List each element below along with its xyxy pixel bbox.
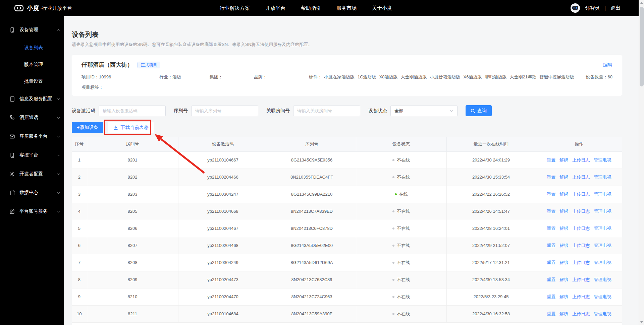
action-upload-log-link[interactable]: 上传日志 — [572, 175, 590, 180]
cell-index: 5 — [72, 220, 87, 237]
column-header: 房间号 — [87, 137, 178, 151]
nav-menu-item[interactable]: 行业解决方案 — [220, 5, 250, 11]
app-window: 小度 ·行业开放平台 行业解决方案开放平台帮助指引服务市场关于小度 邻智灵 | … — [0, 0, 644, 325]
scroll-up-arrow[interactable] — [639, 0, 644, 5]
action-upload-log-link[interactable]: 上传日志 — [572, 311, 590, 316]
action-manage-tv-link[interactable]: 管理电视 — [594, 192, 611, 197]
action-reset-link[interactable]: 重置 — [547, 311, 555, 316]
sidebar-item-label: 客房服务平台 — [19, 133, 48, 139]
vertical-scrollbar[interactable] — [639, 0, 644, 325]
action-manage-tv-link[interactable]: 管理电视 — [594, 157, 611, 162]
sidebar-item-hotel-call[interactable]: 酒店通话 — [0, 108, 64, 127]
nav-menu-item[interactable]: 帮助指引 — [301, 5, 321, 11]
cell-last-online: 2022/4/30 24:01:29 — [446, 151, 536, 169]
avatar[interactable] — [571, 3, 580, 13]
action-reset-link[interactable]: 重置 — [547, 226, 555, 231]
hardware-item: 智能中控屏酒店版 — [539, 74, 574, 80]
action-unbind-link[interactable]: 解绑 — [559, 294, 568, 299]
sidebar-item-room-service[interactable]: 客房服务平台 — [0, 127, 64, 146]
action-unbind-link[interactable]: 解绑 — [559, 277, 568, 282]
hotel-call-icon — [9, 115, 15, 121]
chevron-down-icon — [57, 116, 60, 120]
action-manage-tv-link[interactable]: 管理电视 — [594, 209, 611, 214]
project-id: 项目ID：10996 — [82, 74, 159, 80]
download-table-button[interactable]: 下载当前表格 — [108, 122, 154, 133]
room-input[interactable] — [293, 106, 360, 116]
table-row: 68207yp211002044688G2143A5D5E02E00不在线202… — [72, 237, 622, 254]
action-upload-log-link[interactable]: 上传日志 — [572, 243, 590, 248]
action-unbind-link[interactable]: 解绑 — [559, 226, 568, 231]
action-manage-tv-link[interactable]: 管理电视 — [594, 175, 611, 180]
logout-button[interactable]: 退出 — [610, 5, 621, 11]
table-body: 18201yp211001046678G21345C9A5E9356不在线202… — [72, 151, 622, 322]
action-reset-link[interactable]: 重置 — [547, 294, 555, 299]
action-unbind-link[interactable]: 解绑 — [559, 209, 568, 214]
sidebar-item-label: 设备管理 — [19, 27, 38, 33]
nav-menu-item[interactable]: 关于小度 — [372, 5, 392, 11]
search-button[interactable]: 查询 — [466, 105, 492, 116]
sidebar-item-developer-config[interactable]: 开发者配置 — [0, 165, 64, 183]
page-title: 设备列表 — [72, 30, 622, 39]
action-manage-tv-link[interactable]: 管理电视 — [594, 311, 611, 316]
cell-last-online: 2022/5/17 12:31:21 — [446, 254, 536, 271]
action-upload-log-link[interactable]: 上传日志 — [572, 277, 590, 282]
sidebar-item-data-center[interactable]: 数据中心 — [0, 183, 64, 202]
action-manage-tv-link[interactable]: 管理电视 — [594, 243, 611, 248]
action-reset-link[interactable]: 重置 — [547, 260, 555, 265]
sidebar-item-label: 信息及服务配置 — [19, 96, 52, 102]
action-upload-log-link[interactable]: 上传日志 — [572, 260, 590, 265]
scroll-down-arrow[interactable] — [639, 320, 644, 325]
activation-code-label: 设备激活码 — [72, 108, 95, 114]
sidebar-item-device-manage[interactable]: 设备管理 — [0, 20, 64, 39]
action-manage-tv-link[interactable]: 管理电视 — [594, 226, 611, 231]
sidebar-item-account-service[interactable]: 平台账号服务 — [0, 202, 64, 221]
action-unbind-link[interactable]: 解绑 — [559, 157, 568, 162]
action-upload-log-link[interactable]: 上传日志 — [572, 209, 590, 214]
cell-actions: 重置解绑上传日志管理电视 — [536, 220, 622, 237]
action-reset-link[interactable]: 重置 — [547, 192, 555, 197]
action-unbind-link[interactable]: 解绑 — [559, 311, 568, 316]
add-device-button[interactable]: +添加设备 — [72, 122, 103, 133]
action-manage-tv-link[interactable]: 管理电视 — [594, 260, 611, 265]
action-reset-link[interactable]: 重置 — [547, 277, 555, 282]
download-icon — [113, 125, 118, 130]
action-upload-log-link[interactable]: 上传日志 — [572, 294, 590, 299]
sidebar-item-room-control[interactable]: 客控平台 — [0, 146, 64, 165]
action-upload-log-link[interactable]: 上传日志 — [572, 226, 590, 231]
action-upload-log-link[interactable]: 上传日志 — [572, 157, 590, 162]
action-reset-link[interactable]: 重置 — [547, 157, 555, 162]
device-status-select[interactable]: 全部 — [390, 106, 458, 116]
hardware-item: 大金刚21年款 — [509, 74, 536, 80]
nav-menu-item[interactable]: 服务市场 — [336, 5, 357, 11]
cell-status: 不在线 — [356, 220, 446, 237]
status-dot-online — [395, 193, 397, 195]
scrollbar-thumb[interactable] — [640, 7, 644, 86]
edit-project-link[interactable]: 编辑 — [603, 62, 612, 68]
action-reset-link[interactable]: 重置 — [547, 175, 555, 180]
sidebar-subitem[interactable]: 版本管理 — [0, 56, 64, 73]
status-dot-offline — [392, 210, 394, 212]
nav-menu-item[interactable]: 开放平台 — [265, 5, 285, 11]
column-header: 最近一次在线时间 — [446, 137, 536, 151]
cell-serial: 8N204213C59A390F — [268, 305, 356, 322]
action-unbind-link[interactable]: 解绑 — [559, 260, 568, 265]
sidebar-subitem[interactable]: 批量设置 — [0, 73, 64, 89]
nav-user-area: 邻智灵 | 退出 — [571, 3, 621, 13]
action-unbind-link[interactable]: 解绑 — [559, 243, 568, 248]
avatar-robot-icon — [572, 5, 579, 11]
action-reset-link[interactable]: 重置 — [547, 209, 555, 214]
action-reset-link[interactable]: 重置 — [547, 243, 555, 248]
cell-last-online: 2022/4/22 16:26:52 — [446, 186, 536, 203]
action-unbind-link[interactable]: 解绑 — [559, 175, 568, 180]
sidebar-item-info-service[interactable]: 信息及服务配置 — [0, 89, 64, 108]
sidebar-submenu: 设备列表版本管理批量设置 — [0, 39, 64, 89]
activation-code-input[interactable] — [99, 106, 166, 116]
action-upload-log-link[interactable]: 上传日志 — [572, 192, 590, 197]
username[interactable]: 邻智灵 — [585, 5, 600, 11]
action-unbind-link[interactable]: 解绑 — [559, 192, 568, 197]
action-manage-tv-link[interactable]: 管理电视 — [594, 277, 611, 282]
serial-input[interactable] — [191, 106, 258, 116]
table-row: 88209yp211002044738N204213C7682C89不在线202… — [72, 271, 622, 288]
sidebar-subitem-active[interactable]: 设备列表 — [0, 39, 64, 56]
action-manage-tv-link[interactable]: 管理电视 — [594, 294, 611, 299]
